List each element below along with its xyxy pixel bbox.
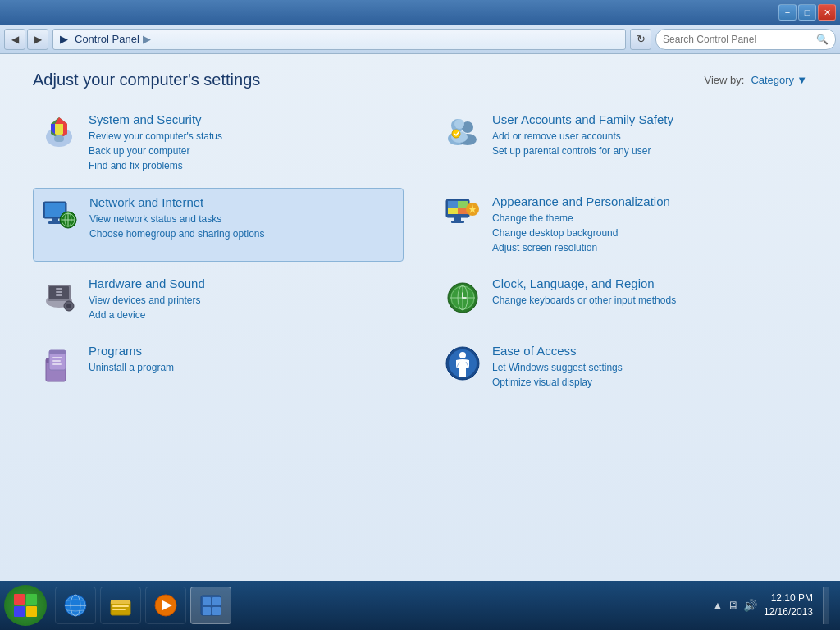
search-box[interactable]: 🔍 — [655, 29, 836, 50]
back-button[interactable]: ◀ — [4, 29, 25, 50]
ease-access-title[interactable]: Ease of Access — [492, 344, 801, 358]
breadcrumb[interactable]: ▶ Control Panel ▶ — [52, 29, 626, 50]
tray-arrow-icon[interactable]: ▲ — [712, 599, 724, 612]
taskbar-control-panel[interactable] — [190, 587, 231, 624]
taskbar-media[interactable] — [145, 587, 186, 624]
show-desktop-button[interactable] — [823, 587, 829, 624]
network-tray-icon[interactable]: 🖥 — [728, 599, 739, 612]
breadcrumb-prefix: ▶ — [60, 33, 68, 45]
category-hardware-sound[interactable]: Hardware and Sound View devices and prin… — [33, 270, 404, 329]
ease-access-text: Ease of Access Let Windows suggest setti… — [492, 344, 801, 390]
svg-rect-30 — [56, 288, 62, 290]
chevron-down-icon: ▼ — [797, 74, 807, 86]
svg-rect-11 — [52, 218, 58, 221]
breadcrumb-separator: ▶ — [143, 33, 151, 45]
appearance-title[interactable]: Appearance and Personalization — [492, 194, 801, 208]
ease-access-link-2[interactable]: Optimize visual display — [492, 375, 801, 390]
svg-point-29 — [66, 304, 71, 308]
appearance-icon — [443, 194, 482, 234]
hardware-sound-title[interactable]: Hardware and Sound — [89, 276, 397, 290]
appearance-link-2[interactable]: Change desktop background — [492, 226, 801, 240]
system-security-link-1[interactable]: Review your computer's status — [89, 129, 397, 144]
volume-tray-icon[interactable]: 🔊 — [743, 599, 757, 612]
taskbar-explorer[interactable] — [100, 587, 141, 624]
user-accounts-text: User Accounts and Family Safety Add or r… — [492, 112, 801, 158]
clock-language-text: Clock, Language, and Region Change keybo… — [492, 276, 801, 308]
start-button[interactable] — [4, 585, 47, 626]
svg-rect-1 — [54, 135, 64, 142]
system-tray: ▲ 🖥 🔊 12:10 PM 12/16/2013 — [705, 587, 836, 624]
close-button[interactable]: ✕ — [818, 4, 836, 21]
network-internet-link-1[interactable]: View network status and tasks — [89, 212, 396, 226]
network-internet-title[interactable]: Network and Internet — [89, 195, 396, 209]
taskbar: ▲ 🖥 🔊 12:10 PM 12/16/2013 — [0, 581, 840, 630]
view-by-value-text: Category — [751, 74, 794, 86]
hardware-sound-icon — [39, 276, 79, 316]
svg-rect-20 — [448, 208, 458, 214]
network-internet-link-2[interactable]: Choose homegroup and sharing options — [89, 226, 396, 241]
svg-rect-12 — [48, 221, 62, 224]
taskbar-ie[interactable] — [55, 587, 96, 624]
ease-access-link-1[interactable]: Let Windows suggest settings — [492, 360, 801, 375]
programs-link-1[interactable]: Uninstall a program — [89, 360, 397, 375]
category-clock-language[interactable]: Clock, Language, and Region Change keybo… — [436, 270, 807, 329]
search-icon: 🔍 — [816, 34, 829, 45]
view-by-dropdown[interactable]: Category ▼ — [751, 74, 807, 86]
maximize-button[interactable]: □ — [798, 4, 816, 21]
breadcrumb-main[interactable]: Control Panel — [75, 33, 139, 45]
appearance-text: Appearance and Personalization Change th… — [492, 194, 801, 255]
svg-rect-62 — [212, 597, 221, 605]
programs-title[interactable]: Programs — [89, 344, 397, 358]
category-programs[interactable]: Programs Uninstall a program — [33, 337, 404, 396]
user-accounts-icon — [443, 112, 482, 152]
svg-rect-43 — [52, 363, 62, 365]
user-accounts-link-1[interactable]: Add or remove user accounts — [492, 129, 801, 144]
clock-language-link-1[interactable]: Change keyboards or other input methods — [492, 293, 801, 308]
category-user-accounts[interactable]: User Accounts and Family Safety Add or r… — [436, 106, 807, 180]
nav-buttons: ◀ ▶ — [4, 29, 48, 50]
hardware-sound-link-2[interactable]: Add a device — [89, 308, 397, 322]
address-bar: ◀ ▶ ▶ Control Panel ▶ ↻ 🔍 — [0, 25, 840, 54]
category-network-internet[interactable]: Network and Internet View network status… — [33, 188, 404, 262]
user-accounts-link-2[interactable]: Set up parental controls for any user — [492, 144, 801, 158]
appearance-link-1[interactable]: Change the theme — [492, 211, 801, 226]
clock-language-icon — [443, 276, 482, 316]
forward-button[interactable]: ▶ — [27, 29, 48, 50]
svg-rect-61 — [203, 597, 211, 605]
search-input[interactable] — [663, 34, 812, 45]
svg-rect-56 — [112, 605, 129, 607]
minimize-button[interactable]: − — [778, 4, 797, 21]
network-internet-icon — [40, 195, 80, 235]
system-security-text: System and Security Review your computer… — [89, 112, 397, 173]
user-accounts-title[interactable]: User Accounts and Family Safety — [492, 112, 801, 126]
appearance-link-3[interactable]: Adjust screen resolution — [492, 240, 801, 255]
refresh-button[interactable]: ↻ — [630, 29, 651, 50]
svg-rect-41 — [52, 357, 62, 358]
svg-rect-47 — [14, 594, 25, 605]
ease-access-icon — [443, 344, 482, 383]
hardware-sound-text: Hardware and Sound View devices and prin… — [89, 276, 397, 322]
svg-rect-19 — [458, 201, 468, 208]
svg-point-8 — [452, 130, 460, 138]
category-ease-access[interactable]: Ease of Access Let Windows suggest setti… — [436, 337, 807, 396]
system-clock[interactable]: 12:10 PM 12/16/2013 — [764, 591, 813, 619]
view-by-control: View by: Category ▼ — [704, 74, 807, 86]
svg-rect-55 — [111, 600, 130, 604]
svg-rect-32 — [56, 294, 62, 296]
system-security-link-3[interactable]: Find and fix problems — [89, 158, 397, 173]
category-system-security[interactable]: System and Security Review your computer… — [33, 106, 404, 180]
category-appearance[interactable]: Appearance and Personalization Change th… — [436, 188, 807, 262]
system-security-title[interactable]: System and Security — [89, 112, 397, 126]
main-content: Adjust your computer's settings View by:… — [0, 54, 840, 581]
network-internet-text: Network and Internet View network status… — [89, 195, 396, 241]
svg-rect-40 — [49, 350, 66, 354]
view-by-label: View by: — [704, 74, 744, 86]
hardware-sound-link-1[interactable]: View devices and printers — [89, 293, 397, 308]
svg-rect-42 — [52, 360, 61, 362]
clock-language-title[interactable]: Clock, Language, and Region — [492, 276, 801, 290]
svg-rect-50 — [26, 606, 37, 617]
svg-rect-57 — [112, 609, 126, 610]
clock-date: 12/16/2013 — [764, 605, 813, 619]
tray-icons: ▲ 🖥 🔊 — [712, 599, 757, 612]
system-security-link-2[interactable]: Back up your computer — [89, 144, 397, 158]
